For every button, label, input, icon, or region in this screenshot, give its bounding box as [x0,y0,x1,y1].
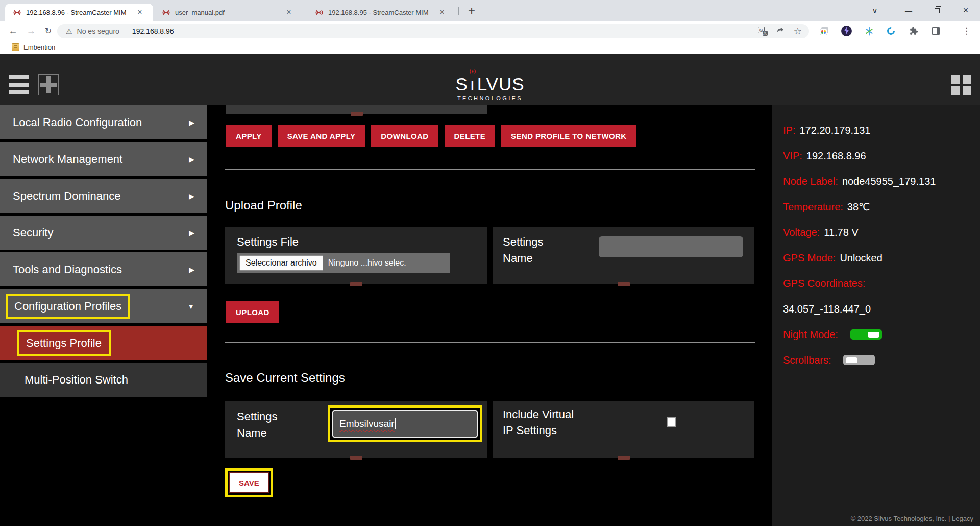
radio-favicon-icon [162,8,170,17]
tab-close-icon[interactable]: × [135,7,145,17]
status-gps-coordinates: GPS Coordinates: [783,278,980,289]
tab-title: 192.168.8.96 - StreamCaster MIM [26,9,135,16]
close-window-button[interactable]: × [951,0,980,21]
logo-subtitle: TECHNOLOGIES [0,95,980,101]
status-voltage: Voltage:11.78 V [783,227,980,237]
site-header: S ı LVUS TECHNOLOGIES [0,54,980,105]
radio-favicon-icon [315,8,324,17]
back-button[interactable]: ← [6,24,20,38]
toggle-knob [868,332,879,338]
lightning-extension-icon[interactable] [840,24,853,38]
upload-settings-name-panel: Settings Name [493,227,754,284]
tab-search-icon[interactable]: ∨ [864,0,886,21]
save-settings-name-panel: Settings Name Embsilvusair [225,401,487,458]
expand-right-icon: ▶ [189,155,194,163]
tab-close-icon[interactable]: × [437,7,447,17]
minimize-button[interactable]: — [894,0,923,21]
panel-handle [618,282,630,286]
bookmark-embention[interactable]: Embention [12,43,55,51]
file-input[interactable]: Seleccionar archivo Ninguno ...hivo sele… [237,253,450,273]
translate-icon[interactable]: G 文 [758,27,768,36]
extensions-puzzle-icon[interactable] [906,24,920,38]
sidebar-item-network-management[interactable]: Network Management ▶ [0,142,207,179]
status-node-label: Node Label:node45955_179.131 [783,176,980,186]
panel-handle [618,456,630,460]
side-panel-icon[interactable] [929,24,943,38]
upload-settings-name-input[interactable] [599,236,743,257]
send-profile-to-network-button[interactable]: SEND PROFILE TO NETWORK [501,125,636,147]
sidebar-item-multi-position-switch[interactable]: Multi-Position Switch [0,363,207,399]
tab-close-icon[interactable]: × [284,7,294,17]
status-temperature: Temperature:38℃ [783,202,980,212]
forward-button[interactable]: → [24,24,38,38]
main-content: APPLY SAVE AND APPLY DOWNLOAD DELETE SEN… [207,105,772,526]
status-vip: VIP:192.168.8.96 [783,151,980,161]
profile-actions-row: APPLY SAVE AND APPLY DOWNLOAD DELETE SEN… [226,125,636,147]
radio-favicon-icon [13,8,21,17]
expand-down-icon: ▼ [187,302,194,310]
include-checkbox[interactable] [667,417,676,427]
toggle-knob [846,357,857,363]
reload-button[interactable]: ↻ [41,24,55,38]
silvus-logo: S ı LVUS TECHNOLOGIES [0,69,980,101]
status-night-mode: Night Mode: [783,329,980,340]
night-mode-toggle[interactable] [850,329,882,340]
restore-button[interactable] [923,0,951,21]
status-panel: IP:172.20.179.131 VIP:192.168.8.96 Node … [772,105,980,526]
sidebar-item-spectrum-dominance[interactable]: Spectrum Dominance ▶ [0,179,207,216]
sidebar-item-tools-and-diagnostics[interactable]: Tools and Diagnostics ▶ [0,252,207,289]
settings-file-label: Settings File [237,235,299,249]
new-tab-button[interactable]: + [464,4,479,18]
tab-user-manual[interactable]: user_manual.pdf × [154,4,302,21]
bookmark-star-icon[interactable]: ☆ [794,27,802,36]
browser-menu-icon[interactable]: ⋮ [960,24,973,38]
status-gps-mode: GPS Mode:Unlocked [783,253,980,263]
expand-right-icon: ▶ [189,266,194,274]
scrollbars-toggle[interactable] [843,355,875,365]
save-button[interactable]: SAVE [229,472,269,493]
snowflake-extension-icon[interactable] [862,24,876,38]
grid-layout-icon[interactable] [951,75,971,95]
tab-streamcaster-96[interactable]: 192.168.8.96 - StreamCaster MIM × [5,4,153,21]
bookmarks-bar: Embention [0,41,980,54]
scrolled-panel-remnant [226,105,487,114]
logo-antenna-icon [469,69,477,74]
copyright-footer: © 2022 Silvus Technologies, Inc. | Legac… [851,515,973,522]
tab-title: user_manual.pdf [175,9,284,16]
sidebar-item-security[interactable]: Security ▶ [0,216,207,252]
settings-name-input[interactable]: Embsilvusair [332,410,478,438]
clock-extension-icon[interactable] [884,24,898,38]
panel-handle [351,112,363,116]
apply-button[interactable]: APPLY [226,125,272,147]
include-virtual-ip-panel: Include Virtual IP Settings [493,401,754,458]
section-divider [225,342,755,343]
tab-streamcaster-95[interactable]: 192.168.8.95 - StreamCaster MIM × [307,4,455,21]
settings-file-panel: Settings File Seleccionar archivo Ningun… [225,227,487,284]
sidebar-item-local-radio-configuration[interactable]: Local Radio Configuration ▶ [0,105,207,142]
browser-toolbar: ← → ↻ ⚠ No es seguro 192.168.8.96 G 文 ☆ [0,21,980,41]
tab-separator [458,7,459,15]
upload-button[interactable]: UPLOAD [226,301,279,323]
browser-window: 192.168.8.96 - StreamCaster MIM × user_m… [0,0,980,526]
sidebar-nav: Local Radio Configuration ▶ Network Mana… [0,105,207,526]
restore-icon [935,8,940,13]
address-bar[interactable]: ⚠ No es seguro 192.168.8.96 G 文 ☆ [57,24,809,38]
sidebar-item-configuration-profiles[interactable]: Configuration Profiles ▼ [0,289,207,326]
warning-icon[interactable]: ⚠ [66,27,72,35]
embention-favicon-icon [12,43,19,51]
photos-extension-icon[interactable] [817,24,831,38]
save-and-apply-button[interactable]: SAVE AND APPLY [278,125,365,147]
save-current-settings-heading: Save Current Settings [225,371,345,385]
section-divider [225,169,755,170]
expand-right-icon: ▶ [189,229,194,237]
share-icon[interactable] [776,26,786,37]
download-button[interactable]: DOWNLOAD [371,125,438,147]
delete-button[interactable]: DELETE [445,125,496,147]
settings-name-label: Settings Name [503,234,569,267]
include-virtual-ip-label: Include Virtual IP Settings [503,407,574,438]
upload-profile-heading: Upload Profile [225,198,302,212]
tab-strip: 192.168.8.96 - StreamCaster MIM × user_m… [0,0,980,21]
choose-file-button[interactable]: Seleccionar archivo [239,255,323,271]
tab-separator [305,7,305,15]
sidebar-item-settings-profile[interactable]: Settings Profile [0,326,207,363]
